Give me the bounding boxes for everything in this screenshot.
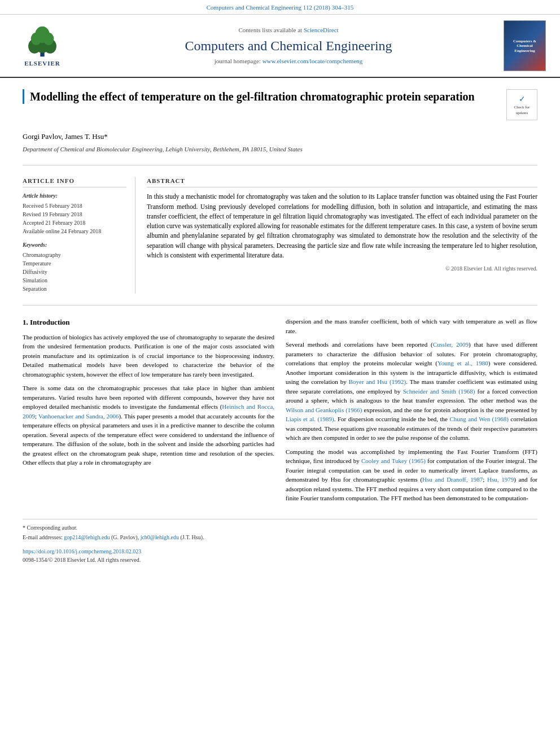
ref-young[interactable]: Young et al., 1980 [438, 360, 488, 366]
divider-2 [23, 305, 537, 305]
keyword-3: Diffusivity [23, 268, 126, 276]
revised-date: Revised 19 February 2018 [23, 211, 126, 219]
intro-para-1: The production of biologics has actively… [23, 333, 274, 379]
keyword-4: Simulation [23, 277, 126, 285]
main-content: ✓ Check for updates Modelling the effect… [0, 78, 560, 575]
intro-heading: 1. Introduction [23, 317, 274, 328]
elsevier-tree-icon [20, 24, 65, 58]
ref-hsu1987[interactable]: Hsu and Dranoff, 1987 [422, 476, 483, 483]
sciencedirect-line: Contents lists available at ScienceDirec… [73, 26, 504, 34]
received-date: Received 5 February 2018 [23, 202, 126, 210]
journal-header: ELSEVIER Contents lists available at Sci… [0, 15, 560, 78]
ref-wilson[interactable]: Wilson and Geankoplis (1966) [286, 407, 362, 413]
body-right-col: dispersion and the mass transfer coeffic… [286, 317, 537, 508]
elsevier-logo: ELSEVIER [11, 24, 73, 68]
intro-para-2: There is some data on the chromatographi… [23, 383, 274, 468]
check-updates-badge: ✓ Check for updates [506, 89, 537, 120]
copyright-text: © 2018 Elsevier Ltd. All rights reserved… [147, 265, 537, 273]
ref-liapis[interactable]: Liapis et al. (1989) [286, 416, 334, 422]
right-para-3: Computing the model was accomplished by … [286, 447, 537, 503]
email-pavlov[interactable]: gop214@lehigh.edu [64, 534, 110, 540]
article-title-section: ✓ Check for updates Modelling the effect… [23, 89, 537, 126]
ref-vanhoenacker[interactable]: Vanhoenacker and Sandra, 2006 [38, 413, 119, 420]
authors-line: Gorgi Pavlov, James T. Hsu* [23, 132, 537, 142]
keywords-label: Keywords: [23, 241, 126, 249]
journal-name: Computers and Chemical Engineering [73, 37, 504, 56]
article-info-col: ARTICLE INFO Article history: Received 5… [23, 177, 135, 294]
ref-boyer[interactable]: Boyer and Hsu (1992) [349, 378, 406, 385]
email-hsu[interactable]: jch0@lehigh.edu [141, 534, 179, 540]
abstract-text: In this study a mechanistic model for ch… [147, 192, 537, 260]
divider-1 [23, 165, 537, 165]
abstract-label: ABSTRACT [147, 177, 537, 187]
ref-cooley[interactable]: Cooley and Tukey (1965) [361, 457, 426, 464]
keyword-5: Separation [23, 285, 126, 293]
ref-chung[interactable]: Chung and Wen (1968) [449, 416, 509, 422]
homepage-link[interactable]: www.elsevier.com/locate/compchemeng [262, 58, 363, 64]
body-left-col: 1. Introduction The production of biolog… [23, 317, 274, 508]
keyword-1: Chromatography [23, 251, 126, 259]
abstract-col: ABSTRACT In this study a mechanistic mod… [147, 177, 537, 294]
right-para-1: dispersion and the mass transfer coeffic… [286, 317, 537, 335]
email-note: E-mail addresses: gop214@lehigh.edu (G. … [23, 534, 537, 541]
authors-text: Gorgi Pavlov, James T. Hsu* [23, 132, 108, 141]
accepted-date: Accepted 21 February 2018 [23, 219, 126, 227]
homepage-line: journal homepage: www.elsevier.com/locat… [73, 57, 504, 65]
body-columns: 1. Introduction The production of biolog… [23, 317, 537, 508]
article-info-label: ARTICLE INFO [23, 177, 126, 187]
ref-schneider[interactable]: Schneider and Smith (1968) [403, 388, 475, 395]
history-label: Article history: [23, 192, 126, 200]
article-title: Modelling the effect of temperature on t… [23, 89, 537, 104]
journal-cover-image: Computers & Chemical Engineering [504, 20, 549, 71]
svg-point-6 [43, 32, 54, 45]
journal-title-block: Contents lists available at ScienceDirec… [73, 26, 504, 65]
ref-cussler[interactable]: Cussler, 2009 [433, 341, 469, 348]
sciencedirect-link[interactable]: ScienceDirect [304, 27, 339, 33]
article-info-abstract: ARTICLE INFO Article history: Received 5… [23, 177, 537, 294]
ref-hsu1979[interactable]: Hsu, 1979 [487, 476, 514, 483]
journal-citation: Computers and Chemical Engineering 112 (… [0, 0, 560, 15]
right-para-2: Several methods and correlations have be… [286, 340, 537, 443]
issn-text: 0098-1354/© 2018 Elsevier Ltd. All right… [23, 556, 537, 564]
footnote-section: * Corresponding author. E-mail addresses… [23, 519, 537, 541]
corresponding-note: * Corresponding author. [23, 524, 537, 532]
available-date: Available online 24 February 2018 [23, 228, 126, 235]
doi-section: https://doi.org/10.1016/j.compchemeng.20… [23, 546, 537, 564]
doi-link[interactable]: https://doi.org/10.1016/j.compchemeng.20… [23, 548, 141, 554]
keyword-2: Temperature [23, 260, 126, 268]
elsevier-brand-text: ELSEVIER [24, 59, 60, 68]
svg-point-5 [31, 32, 41, 45]
affiliation-text: Department of Chemical and Biomolecular … [23, 145, 537, 154]
